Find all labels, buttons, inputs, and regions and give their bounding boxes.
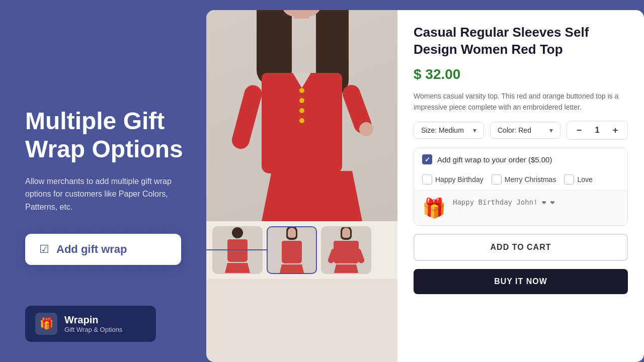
- gift-message-input[interactable]: [453, 197, 619, 218]
- thumbnail-2[interactable]: [267, 226, 317, 274]
- torso: [262, 73, 342, 173]
- wrapin-logo-icon: 🎁: [35, 313, 57, 335]
- wrapin-text-group: Wrapin Gift Wrap & Options: [64, 314, 122, 333]
- woman-figure: [262, 10, 342, 221]
- thumbnail-3[interactable]: [321, 226, 371, 274]
- occasion-merry-christmas[interactable]: Merry Christmas: [492, 174, 556, 185]
- shirt-buttons: [299, 88, 304, 123]
- thumb-inner-3: [322, 227, 370, 273]
- arm-right: [340, 82, 374, 136]
- gift-wrap-header-text: Add gift wrap to your order ($5.00): [437, 155, 552, 164]
- wrapin-name: Wrapin: [64, 314, 122, 326]
- controls-row: Size: Medium ▾ Color: Red ▾ − 1 +: [414, 121, 628, 140]
- quantity-value: 1: [592, 126, 602, 135]
- product-info-section: Casual Regular Sleeves Self Design Women…: [397, 10, 644, 362]
- occasion-love[interactable]: Love: [564, 174, 592, 185]
- product-title: Casual Regular Sleeves Self Design Women…: [414, 24, 628, 58]
- body-section: [262, 75, 342, 221]
- thumb-inner-2: [268, 227, 316, 273]
- quantity-control: − 1 +: [567, 121, 628, 140]
- happy-birthday-label: Happy Birthday: [435, 175, 484, 184]
- arm-left: [230, 83, 264, 151]
- product-description: Womens casual varsity top. This red and …: [414, 90, 628, 113]
- gift-occasions-row: Happy Birthday Merry Christmas Love: [414, 170, 627, 191]
- right-content: Casual Regular Sleeves Self Design Women…: [206, 0, 644, 362]
- happy-birthday-checkbox[interactable]: [422, 174, 432, 185]
- skirt: [262, 171, 362, 221]
- add-to-cart-button[interactable]: ADD TO CART: [414, 234, 628, 261]
- color-select[interactable]: Color: Red ▾: [490, 122, 560, 139]
- size-select[interactable]: Size: Medium ▾: [414, 122, 484, 139]
- merry-christmas-label: Merry Christmas: [505, 175, 556, 184]
- product-price: $ 32.00: [414, 66, 628, 82]
- hero-title: Multiple Gift Wrap Options: [25, 107, 186, 162]
- wrapin-tagline: Gift Wrap & Options: [64, 326, 122, 333]
- gift-wrap-checkbox[interactable]: [422, 154, 432, 164]
- buy-now-button[interactable]: BUY IT NOW: [414, 269, 628, 294]
- gift-wrap-section: Add gift wrap to your order ($5.00) Happ…: [414, 148, 628, 226]
- gift-message-area: 🎁: [414, 191, 627, 225]
- love-checkbox[interactable]: [564, 174, 574, 185]
- love-label: Love: [577, 175, 592, 184]
- size-label: Size: Medium: [421, 126, 464, 134]
- occasion-happy-birthday[interactable]: Happy Birthday: [422, 174, 484, 185]
- size-chevron-icon: ▾: [473, 126, 476, 134]
- page-container: Multiple Gift Wrap Options Allow merchan…: [0, 0, 644, 362]
- quantity-increase-button[interactable]: +: [609, 124, 621, 136]
- main-product-image: [206, 10, 397, 221]
- merry-christmas-checkbox[interactable]: [492, 174, 502, 185]
- wrapin-brand: 🎁 Wrapin Gift Wrap & Options: [25, 306, 156, 342]
- checkbox-icon: ☑: [39, 243, 49, 256]
- left-panel: Multiple Gift Wrap Options Allow merchan…: [0, 0, 206, 362]
- gift-box-icon: 🎁: [422, 197, 446, 219]
- hero-description: Allow merchants to add multiple gift wra…: [25, 175, 186, 214]
- hand-right: [357, 120, 375, 138]
- product-image-section: [206, 10, 397, 362]
- gift-wrap-callout[interactable]: ☑ Add gift wrap: [25, 234, 181, 265]
- gift-wrap-callout-text: Add gift wrap: [56, 243, 127, 256]
- connector-line: [181, 249, 267, 250]
- color-chevron-icon: ▾: [549, 126, 553, 134]
- quantity-decrease-button[interactable]: −: [573, 124, 585, 136]
- color-label: Color: Red: [498, 126, 531, 134]
- gift-wrap-header: Add gift wrap to your order ($5.00): [414, 148, 627, 170]
